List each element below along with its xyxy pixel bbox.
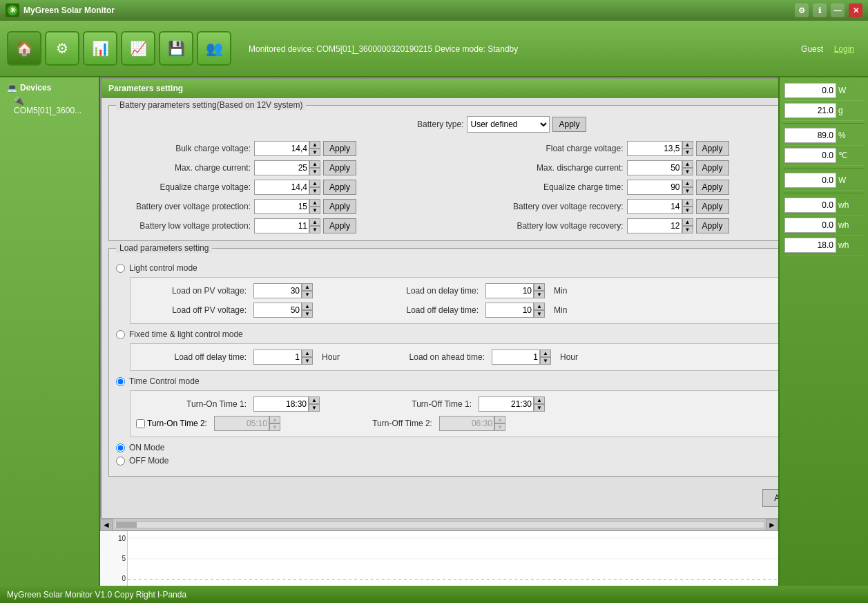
load-off-delay-down[interactable]: ▼ bbox=[534, 310, 545, 318]
batt-over-prot-input[interactable] bbox=[254, 199, 309, 214]
bulk-charge-input[interactable] bbox=[254, 141, 309, 156]
turn-on-2-checkbox[interactable] bbox=[136, 419, 145, 428]
right-input-7[interactable] bbox=[784, 238, 836, 253]
load-on-delay-down[interactable]: ▼ bbox=[534, 291, 545, 298]
equalize-voltage-up[interactable]: ▲ bbox=[309, 180, 320, 187]
float-charge-up[interactable]: ▲ bbox=[682, 141, 693, 149]
float-charge-input[interactable] bbox=[627, 141, 682, 156]
batt-low-rec-input[interactable] bbox=[627, 218, 682, 233]
float-charge-down[interactable]: ▼ bbox=[682, 149, 693, 156]
load-off-delay-ft-input[interactable] bbox=[253, 350, 302, 365]
load-on-ahead-up[interactable]: ▲ bbox=[540, 350, 551, 357]
max-charge-input[interactable] bbox=[254, 160, 309, 175]
turn-on-1-down[interactable]: ▼ bbox=[309, 404, 320, 412]
turn-on-2-up[interactable]: ▲ bbox=[269, 416, 280, 423]
batt-over-rec-down[interactable]: ▼ bbox=[682, 207, 693, 214]
minimize-btn[interactable]: — bbox=[831, 3, 845, 17]
settings-btn[interactable]: ⚙ bbox=[795, 3, 809, 17]
scroll-left-btn[interactable]: ◄ bbox=[100, 519, 113, 531]
turn-on-1-up[interactable]: ▲ bbox=[309, 396, 320, 404]
right-input-6[interactable] bbox=[784, 218, 836, 233]
right-input-0[interactable] bbox=[784, 83, 836, 98]
fixed-time-radio[interactable] bbox=[116, 330, 125, 339]
load-on-delay-up[interactable]: ▲ bbox=[534, 283, 545, 291]
batt-low-rec-up[interactable]: ▲ bbox=[682, 218, 693, 226]
turn-on-1-input[interactable] bbox=[253, 396, 309, 412]
off-mode-label[interactable]: OFF Mode bbox=[129, 456, 168, 466]
toolbar-save[interactable]: 💾 bbox=[159, 31, 193, 66]
time-control-label[interactable]: Time Control mode bbox=[129, 376, 200, 386]
off-mode-radio[interactable] bbox=[116, 457, 125, 466]
toolbar-devices[interactable]: 👥 bbox=[197, 31, 231, 66]
batt-over-rec-apply[interactable]: Apply bbox=[696, 199, 729, 214]
batt-over-rec-input[interactable] bbox=[627, 199, 682, 214]
bulk-charge-down[interactable]: ▼ bbox=[309, 149, 320, 156]
toolbar-settings[interactable]: ⚙ bbox=[45, 31, 79, 66]
right-input-2[interactable] bbox=[784, 128, 836, 143]
batt-over-prot-up[interactable]: ▲ bbox=[309, 199, 320, 207]
load-off-delay-input[interactable] bbox=[485, 303, 534, 318]
equalize-voltage-apply[interactable]: Apply bbox=[323, 180, 356, 195]
load-on-pv-up[interactable]: ▲ bbox=[302, 283, 313, 291]
max-discharge-input[interactable] bbox=[627, 160, 682, 175]
scroll-right-btn[interactable]: ► bbox=[766, 519, 778, 531]
load-off-delay-ft-down[interactable]: ▼ bbox=[302, 357, 313, 365]
equalize-voltage-input[interactable] bbox=[254, 180, 309, 195]
fixed-time-label[interactable]: Fixed time & light control mode bbox=[129, 329, 243, 339]
load-on-ahead-down[interactable]: ▼ bbox=[540, 357, 551, 365]
load-off-pv-input[interactable] bbox=[253, 303, 302, 318]
toolbar-home[interactable]: 🏠 bbox=[7, 31, 41, 66]
load-on-pv-down[interactable]: ▼ bbox=[302, 291, 313, 298]
on-mode-radio[interactable] bbox=[116, 443, 125, 452]
right-input-3[interactable] bbox=[784, 148, 836, 163]
sidebar-item-device[interactable]: 🔌 COM5[01]_3600... bbox=[3, 95, 95, 117]
float-charge-apply[interactable]: Apply bbox=[696, 141, 729, 156]
login-button[interactable]: Login bbox=[834, 44, 854, 54]
batt-over-prot-apply[interactable]: Apply bbox=[323, 199, 356, 214]
turn-on-2-input[interactable] bbox=[214, 416, 269, 431]
scrollbar-track[interactable] bbox=[114, 521, 764, 528]
load-off-delay-up[interactable]: ▲ bbox=[534, 303, 545, 310]
equalize-time-input[interactable] bbox=[627, 180, 682, 195]
light-control-radio[interactable] bbox=[116, 264, 125, 273]
max-charge-down[interactable]: ▼ bbox=[309, 168, 320, 175]
light-control-label[interactable]: Light control mode bbox=[129, 263, 197, 273]
on-mode-label[interactable]: ON Mode bbox=[129, 443, 164, 452]
battery-type-dropdown[interactable]: User defined Sealed GEL Flooded bbox=[467, 116, 550, 133]
load-off-delay-ft-up[interactable]: ▲ bbox=[302, 350, 313, 357]
load-on-pv-input[interactable] bbox=[253, 283, 302, 298]
equalize-time-up[interactable]: ▲ bbox=[682, 180, 693, 187]
battery-type-select[interactable]: User defined Sealed GEL Flooded bbox=[467, 116, 550, 133]
batt-over-prot-down[interactable]: ▼ bbox=[309, 207, 320, 214]
batt-low-prot-input[interactable] bbox=[254, 218, 309, 233]
max-discharge-up[interactable]: ▲ bbox=[682, 160, 693, 168]
batt-low-prot-apply[interactable]: Apply bbox=[323, 218, 356, 233]
max-charge-up[interactable]: ▲ bbox=[309, 160, 320, 168]
battery-type-apply-btn[interactable]: Apply bbox=[552, 117, 586, 132]
max-charge-apply[interactable]: Apply bbox=[323, 160, 356, 175]
turn-off-1-down[interactable]: ▼ bbox=[534, 404, 545, 412]
bulk-charge-apply[interactable]: Apply bbox=[323, 141, 356, 156]
equalize-time-apply[interactable]: Apply bbox=[696, 180, 729, 195]
batt-low-prot-down[interactable]: ▼ bbox=[309, 226, 320, 233]
turn-on-2-down[interactable]: ▼ bbox=[269, 423, 280, 431]
turn-off-2-down[interactable]: ▼ bbox=[494, 423, 505, 431]
right-input-5[interactable] bbox=[784, 198, 836, 213]
load-off-pv-down[interactable]: ▼ bbox=[302, 310, 313, 318]
turn-off-1-input[interactable] bbox=[479, 396, 534, 412]
hscrollbar[interactable]: ◄ ► bbox=[100, 518, 778, 530]
batt-low-rec-apply[interactable]: Apply bbox=[696, 218, 729, 233]
close-btn[interactable]: ✕ bbox=[849, 3, 862, 17]
equalize-voltage-down[interactable]: ▼ bbox=[309, 187, 320, 195]
turn-on-2-checkbox-label[interactable]: Turn-On Time 2: bbox=[136, 419, 207, 428]
right-input-1[interactable] bbox=[784, 103, 836, 118]
info-btn[interactable]: ℹ bbox=[813, 3, 827, 17]
load-on-delay-input[interactable] bbox=[485, 283, 534, 298]
turn-off-2-up[interactable]: ▲ bbox=[494, 416, 505, 423]
turn-off-1-up[interactable]: ▲ bbox=[534, 396, 545, 404]
batt-over-rec-up[interactable]: ▲ bbox=[682, 199, 693, 207]
load-off-pv-up[interactable]: ▲ bbox=[302, 303, 313, 310]
right-input-4[interactable] bbox=[784, 173, 836, 188]
batt-low-prot-up[interactable]: ▲ bbox=[309, 218, 320, 226]
scrollbar-thumb[interactable] bbox=[116, 522, 137, 528]
